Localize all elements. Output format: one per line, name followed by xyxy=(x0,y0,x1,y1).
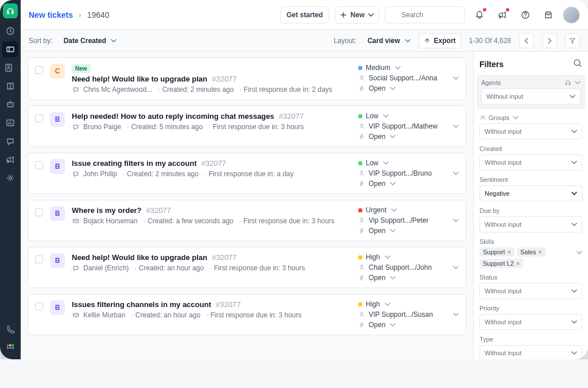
status-selector[interactable]: Open xyxy=(358,274,459,282)
filter-toggle-button[interactable] xyxy=(565,33,580,48)
chevron-down-icon[interactable] xyxy=(513,115,519,121)
due-label: First response due in: 3 hours xyxy=(207,264,305,272)
ticket-checkbox[interactable] xyxy=(35,161,43,169)
priority-selector[interactable]: High xyxy=(358,300,459,308)
export-button[interactable]: Export xyxy=(419,33,461,48)
chevron-down-icon xyxy=(453,265,459,270)
group-agent-selector[interactable]: VIP Support.../Bruno xyxy=(358,169,459,177)
sort-selector[interactable]: Sort by: Date Created xyxy=(29,37,117,45)
avatar[interactable] xyxy=(563,6,580,24)
requester-name: Bruno Paige xyxy=(83,123,121,131)
layout-selector[interactable]: Layout: Card view xyxy=(334,37,410,45)
priority-selector[interactable]: Urgent xyxy=(358,206,459,214)
skill-chip[interactable]: Sales × xyxy=(517,247,546,257)
chevron-down-icon xyxy=(385,301,390,307)
created-label: Created: 2 minutes ago xyxy=(156,86,234,94)
source-icon xyxy=(72,217,80,225)
status-selector[interactable]: Open xyxy=(358,321,459,329)
filter-agents-input[interactable]: Without input xyxy=(481,88,581,104)
search-wrap xyxy=(385,6,465,24)
priority-selector[interactable]: Low xyxy=(358,112,459,120)
nav-contacts[interactable] xyxy=(1,60,17,76)
nav-analytics[interactable] xyxy=(2,115,18,131)
group-agent-selector[interactable]: VIP Support.../Mathew xyxy=(358,122,459,130)
filter-created-input[interactable]: Without input xyxy=(479,154,582,170)
chevron-down-icon xyxy=(453,123,459,129)
ticket-card[interactable]: B Where is my order? #32077 Bojack Horse… xyxy=(28,200,466,241)
ticket-card[interactable]: B Help needed! How to auto reply incomin… xyxy=(28,106,466,147)
status-selector[interactable]: Open xyxy=(358,133,459,141)
created-label: Created: an hour ago xyxy=(132,264,204,272)
nav-phone[interactable] xyxy=(2,321,18,337)
status-selector[interactable]: Open xyxy=(358,227,459,235)
chevron-down-icon xyxy=(405,38,411,44)
filter-dueby-label: Due by xyxy=(479,207,500,214)
nav-dashboard[interactable] xyxy=(2,23,18,39)
help-icon[interactable] xyxy=(517,6,534,24)
ticket-title: Need help! Would like to upgrade plan xyxy=(72,253,207,262)
nav-messaging[interactable] xyxy=(2,133,18,149)
filter-status-input[interactable]: Without input xyxy=(479,283,582,299)
status-selector[interactable]: Open xyxy=(358,84,459,92)
filter-sentiment-input[interactable]: Negative xyxy=(479,185,582,201)
headphones-icon xyxy=(564,79,571,86)
left-nav: ⋮ xyxy=(0,0,21,359)
ticket-card[interactable]: C New Need help! Would like to upgrade p… xyxy=(28,57,466,100)
priority-selector[interactable]: Medium xyxy=(358,64,459,72)
nav-automation[interactable] xyxy=(2,96,18,112)
ticket-card[interactable]: B Issues filtering channels in my accoun… xyxy=(28,294,466,335)
search-input[interactable] xyxy=(385,6,465,24)
filter-type-input[interactable]: Without input xyxy=(479,345,582,359)
breadcrumb-root[interactable]: New tickets xyxy=(29,10,73,20)
notifications-icon[interactable] xyxy=(471,6,488,24)
filter-skills-input[interactable]: Support ×Sales ×Support L2 × xyxy=(479,247,582,268)
skill-chip[interactable]: Support × xyxy=(479,247,514,257)
source-icon xyxy=(72,311,80,319)
nav-campaigns[interactable] xyxy=(2,152,18,168)
chip-remove-icon[interactable]: × xyxy=(539,249,542,255)
skill-chip[interactable]: Support L2 × xyxy=(479,259,523,268)
ticket-card[interactable]: B Issue creating filters in my account #… xyxy=(28,153,466,194)
ticket-checkbox[interactable] xyxy=(35,208,43,216)
prev-page-button[interactable] xyxy=(519,33,534,48)
chip-remove-icon[interactable]: × xyxy=(508,249,511,255)
nav-tickets[interactable] xyxy=(2,41,18,57)
group-agent-selector[interactable]: Vip Support.../Peter xyxy=(358,216,459,224)
filter-dueby-input[interactable]: Without input xyxy=(479,216,582,232)
filter-groups-input[interactable]: Without input xyxy=(479,123,582,139)
chevron-down-icon[interactable] xyxy=(575,80,581,86)
chip-remove-icon[interactable]: × xyxy=(516,260,520,267)
group-agent-selector[interactable]: Chat Support.../John xyxy=(358,263,459,271)
requester-name: Bojack Horseman xyxy=(83,217,138,225)
filter-type-label: Type xyxy=(479,336,493,343)
chevron-down-icon xyxy=(577,250,582,255)
chevron-down-icon xyxy=(453,75,459,81)
nav-apps[interactable] xyxy=(2,340,18,356)
lightning-icon xyxy=(358,227,365,234)
next-page-button[interactable] xyxy=(542,33,557,48)
lightning-icon xyxy=(358,85,365,92)
requester-name: Chris Mc Agentwood... xyxy=(83,86,152,94)
get-started-button[interactable]: Get started xyxy=(280,6,329,24)
chevron-down-icon xyxy=(395,65,401,71)
group-agent-selector[interactable]: Social Support.../Anna xyxy=(358,74,459,82)
status-selector[interactable]: Open xyxy=(358,180,459,188)
topbar: New tickets › 19640 Get started New xyxy=(21,0,588,30)
nav-admin[interactable] xyxy=(2,170,18,186)
ticket-checkbox[interactable] xyxy=(35,114,43,122)
filters-search-icon[interactable] xyxy=(573,59,582,69)
filter-priority-input[interactable]: Without input xyxy=(479,314,582,330)
nav-solutions[interactable] xyxy=(2,78,18,94)
announcements-icon[interactable] xyxy=(494,6,511,24)
ticket-checkbox[interactable] xyxy=(35,66,43,74)
priority-selector[interactable]: High xyxy=(358,253,459,261)
new-button[interactable]: New xyxy=(335,6,379,24)
priority-selector[interactable]: Low xyxy=(358,159,459,167)
group-agent-selector[interactable]: VIP Support.../Susan xyxy=(358,311,459,319)
chevron-down-icon xyxy=(383,160,389,166)
ticket-checkbox[interactable] xyxy=(35,255,43,263)
ticket-checkbox[interactable] xyxy=(35,302,43,311)
marketplace-icon[interactable] xyxy=(540,6,557,24)
chevron-down-icon xyxy=(391,207,397,213)
ticket-card[interactable]: B Need help! Would like to upgrade plan … xyxy=(28,247,466,288)
